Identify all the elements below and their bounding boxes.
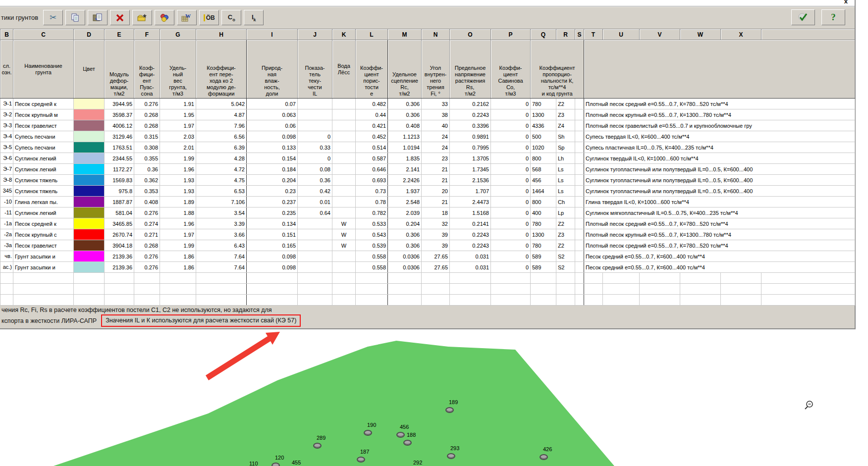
liquidity-cell[interactable] [298,218,332,229]
description-cell[interactable]: Плотный песок гравелистый е=0.55...0.7 и… [584,120,855,131]
friction-angle-cell[interactable]: 23 [422,153,450,164]
row-id-cell[interactable]: -10 [0,197,13,207]
borehole-point[interactable]: 426 [540,454,548,461]
color-swatch-cell[interactable] [74,251,105,262]
borehole-point[interactable]: 289 [313,443,322,449]
moisture-cell[interactable]: 0.184 [247,164,298,175]
unit-weight-cell[interactable]: 1.93 [160,186,196,197]
spacer-cell[interactable] [575,218,584,229]
liquidity-cell[interactable]: 0.01 [298,197,332,207]
modulus-cell[interactable]: 3129.46 [105,131,134,142]
spacer-cell[interactable] [575,99,584,109]
savinov-cell[interactable]: 0 [491,218,531,229]
savinov-cell[interactable]: 0 [491,131,531,142]
savinov-cell[interactable]: 0 [491,186,531,197]
row-id-cell[interactable]: Э-7 [0,164,13,175]
tension-limit-cell[interactable]: 0.9891 [450,131,491,142]
tension-limit-cell[interactable]: 0.3396 [450,120,491,131]
description-cell[interactable]: Песок средний е=0.55...0.7, К=600...400 … [584,262,855,273]
column-letter[interactable]: O [450,29,491,40]
modulus2-coef-cell[interactable]: 6.53 [196,186,247,197]
poisson-cell[interactable]: 0.276 [134,99,160,109]
color-swatch-cell[interactable] [74,175,105,186]
cohesion-cell[interactable]: 2.548 [388,197,422,207]
description-cell[interactable]: Песок средний е=0.55...0.7, К=600...400 … [584,251,855,262]
porosity-cell[interactable]: 0.558 [356,262,388,273]
poisson-cell[interactable]: 0.268 [134,120,160,131]
borehole-point[interactable]: 120 [271,463,280,466]
friction-angle-cell[interactable]: 39 [422,229,450,240]
k-coef-cell[interactable]: 589 [531,262,556,273]
tension-limit-cell[interactable]: 0.031 [450,262,491,273]
soil-name-cell[interactable]: Грунт засыпки и [13,262,74,273]
poisson-cell[interactable]: 0.355 [134,153,160,164]
cohesion-cell[interactable]: 0.306 [388,229,422,240]
soil-code-cell[interactable]: Z2 [556,99,575,109]
soil-code-cell[interactable]: Sp [556,142,575,153]
borehole-point[interactable]: 456 [396,432,405,438]
delete-button[interactable] [110,10,130,25]
liquidity-cell[interactable] [298,229,332,240]
cut-button[interactable]: ✂ [43,10,63,25]
friction-angle-cell[interactable]: 24 [422,142,450,153]
tension-limit-cell[interactable]: 0.2243 [450,229,491,240]
soil-name-cell[interactable]: Песок гравелист [13,120,74,131]
column-letter[interactable]: X [721,29,761,40]
moisture-cell[interactable]: 0.204 [247,175,298,186]
poisson-cell[interactable]: 0.276 [134,251,160,262]
column-letter[interactable]: Q [531,29,556,40]
savinov-cell[interactable]: 0 [491,142,531,153]
apply-button[interactable] [791,9,815,25]
soil-code-cell[interactable]: Ls [556,164,575,175]
k-coef-cell[interactable]: 780 [531,218,556,229]
tension-limit-cell[interactable]: 1.707 [450,186,491,197]
soil-name-cell[interactable]: Супесь песчани [13,131,74,142]
unit-weight-cell[interactable]: 1.97 [160,229,196,240]
tension-limit-cell[interactable]: 2.4473 [450,197,491,207]
modulus-cell[interactable]: 3465.85 [105,218,134,229]
tension-limit-cell[interactable]: 1.7345 [450,164,491,175]
spacer-cell[interactable] [575,229,584,240]
column-letter[interactable]: I [247,29,298,40]
column-letter[interactable]: T [584,29,603,40]
spacer-cell[interactable] [575,262,584,273]
unit-weight-cell[interactable]: 1.96 [160,164,196,175]
row-id-cell[interactable]: -3а [0,240,13,251]
description-cell[interactable]: Плотный песок средний е=0.55...0.7, К=78… [584,99,855,109]
description-cell[interactable]: Плотный песок крупный е=0.55...0.7, К=13… [584,109,855,120]
ik-button[interactable]: Ik [244,10,264,25]
column-letter[interactable]: F [134,29,160,40]
tension-limit-cell[interactable]: 2.1536 [450,175,491,186]
poisson-cell[interactable]: 0.268 [134,240,160,251]
spacer-cell[interactable] [575,120,584,131]
borehole-point[interactable]: 190 [364,430,372,436]
savinov-cell[interactable]: 0 [491,175,531,186]
modulus2-coef-cell[interactable]: 5.042 [196,99,247,109]
description-cell[interactable]: Суглинок твердый IL<0, К=1000...600 тс/м… [584,153,855,164]
liquidity-cell[interactable]: 0.64 [298,207,332,218]
soil-name-cell[interactable]: Песок крупный м [13,109,74,120]
soil-name-cell[interactable]: Песок крупный с [13,229,74,240]
porosity-cell[interactable]: 0.73 [356,186,388,197]
unit-weight-cell[interactable]: 1.99 [160,240,196,251]
color-swatch-cell[interactable] [74,197,105,207]
unit-weight-cell[interactable]: 1.89 [160,197,196,207]
porosity-cell[interactable]: 0.452 [356,131,388,142]
friction-angle-cell[interactable]: 39 [422,240,450,251]
soil-name-cell[interactable]: Песок средней к [13,99,74,109]
modulus2-coef-cell[interactable]: 7.96 [196,120,247,131]
add-from-folder-button[interactable] [132,10,152,25]
moisture-cell[interactable]: 0.098 [247,131,298,142]
column-letter[interactable]: C [13,29,74,40]
savinov-cell[interactable]: 0 [491,120,531,131]
spacer-cell[interactable] [575,164,584,175]
modulus2-coef-cell[interactable]: 7.64 [196,251,247,262]
cohesion-cell[interactable]: 0.0306 [388,251,422,262]
row-id-cell[interactable]: Э-4 [0,131,13,142]
soil-name-cell[interactable]: Грунт засыпки и [13,251,74,262]
porosity-cell[interactable]: 0.782 [356,207,388,218]
k-coef-cell[interactable]: 400 [531,207,556,218]
friction-angle-cell[interactable]: 27.65 [422,251,450,262]
porosity-cell[interactable]: 0.533 [356,218,388,229]
porosity-cell[interactable]: 0.646 [356,164,388,175]
